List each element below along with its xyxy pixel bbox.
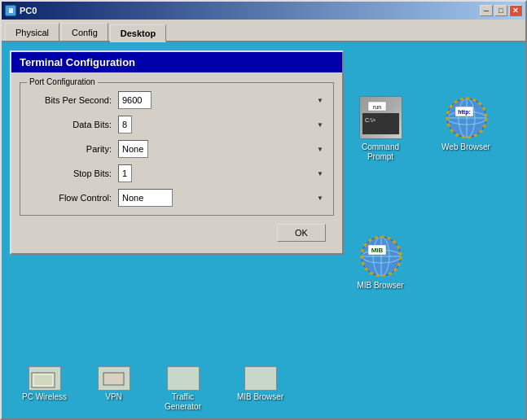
command-prompt-label: CommandPrompt [362,142,399,162]
parity-wrapper: None Odd Even [118,140,325,158]
group-legend: Port Configuration [27,77,98,86]
bottom-icons-row: PC Wireless VPN TrafficGenerator MIB Bro… [14,366,291,412]
pc-wireless-image [29,366,61,391]
parity-label: Parity: [29,144,118,154]
traffic-generator-icon[interactable]: TrafficGenerator [152,366,213,412]
tab-config[interactable]: Config [61,23,108,41]
svg-rect-23 [34,375,52,385]
vpn-icon[interactable]: VPN [91,366,136,412]
svg-text:run: run [372,104,380,110]
bits-per-second-select[interactable]: 9600 1200 2400 4800 19200 [118,91,152,109]
window-title: PC0 [20,6,37,15]
svg-text:http:: http: [458,109,471,116]
title-bar: 🖥 PC0 ─ □ ✕ [2,2,525,20]
terminal-config-dialog: Terminal Configuration Port Configuratio… [10,50,344,255]
tab-desktop[interactable]: Desktop [110,24,166,42]
stop-bits-label: Stop Bits: [29,168,118,178]
minimize-button[interactable]: ─ [480,5,493,16]
traffic-generator-label: TrafficGenerator [165,392,201,412]
window-icon-text: 🖥 [7,7,14,15]
ok-button[interactable]: OK [277,224,326,242]
vpn-image [98,366,130,391]
svg-rect-4 [362,113,399,134]
stop-bits-select[interactable]: 1 2 [118,164,132,182]
ok-row: OK [20,216,334,247]
flow-control-wrapper: None XON/XOFF Hardware [118,189,325,207]
command-prompt-image: run C:\> [358,95,403,140]
data-bits-label: Data Bits: [29,120,118,129]
flow-control-row: Flow Control: None XON/XOFF Hardware [29,189,325,207]
mib-browser-image: MIB [358,234,403,278]
bits-per-second-label: Bits Per Second: [29,95,118,105]
mib-browser-icon[interactable]: MIB MIB Browser [348,234,413,291]
svg-text:MIB: MIB [371,247,383,254]
desktop-area: Terminal Configuration Port Configuratio… [2,42,525,418]
svg-text:C:\>: C:\> [365,117,375,123]
data-bits-wrapper: 8 7 [118,116,325,133]
window-controls: ─ □ ✕ [480,5,522,16]
mib-browser-bottom-image [244,366,277,391]
pc-wireless-icon[interactable]: PC Wireless [14,366,75,412]
close-button[interactable]: ✕ [509,5,522,16]
pc-wireless-label: PC Wireless [22,392,67,402]
mib-browser-label: MIB Browser [357,281,403,291]
port-config-group: Port Configuration Bits Per Second: 9600… [20,82,334,216]
dialog-title: Terminal Configuration [11,52,342,72]
command-prompt-icon[interactable]: run C:\> CommandPrompt [348,95,413,162]
main-window: 🖥 PC0 ─ □ ✕ Physical Config Desktop Term… [0,0,527,420]
flow-control-label: Flow Control: [29,193,118,203]
flow-control-select[interactable]: None XON/XOFF Hardware [118,189,173,207]
bits-per-second-wrapper: 9600 1200 2400 4800 19200 [118,91,325,109]
bits-per-second-row: Bits Per Second: 9600 1200 2400 4800 192… [29,91,325,109]
web-browser-label: Web Browser [441,142,490,152]
data-bits-row: Data Bits: 8 7 [29,116,325,133]
tab-physical[interactable]: Physical [5,23,59,41]
parity-select[interactable]: None Odd Even [118,140,148,158]
maximize-button[interactable]: □ [494,5,507,16]
svg-rect-24 [103,373,124,385]
tabs-bar: Physical Config Desktop [2,20,525,42]
data-bits-select[interactable]: 8 7 [118,116,132,133]
window-icon: 🖥 [5,5,16,16]
web-browser-image: http: [444,95,489,140]
mib-browser-bottom-icon[interactable]: MIB Browser [230,366,291,412]
vpn-label: VPN [105,392,122,402]
web-browser-icon[interactable]: http: Web Browser [433,95,498,152]
mib-browser-bottom-label: MIB Browser [237,392,283,402]
dialog-body: Port Configuration Bits Per Second: 9600… [11,72,342,253]
stop-bits-row: Stop Bits: 1 2 [29,164,325,182]
parity-row: Parity: None Odd Even [29,140,325,158]
stop-bits-wrapper: 1 2 [118,164,325,182]
traffic-generator-image [167,366,200,391]
